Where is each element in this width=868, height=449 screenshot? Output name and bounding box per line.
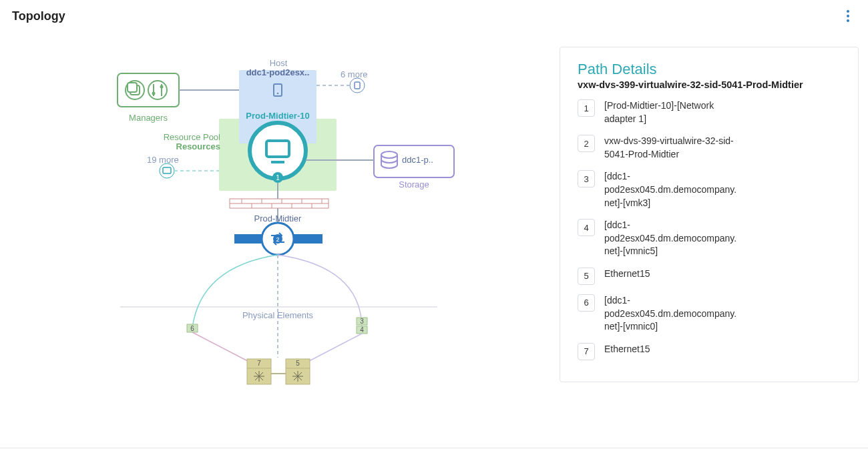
storage-label: Storage: [395, 179, 433, 189]
path-details-panel: Path Details vxw-dvs-399-virtualwire-32-…: [560, 47, 859, 382]
path-item-text: [ddc1-pod2esx045.dm.democompany.net]-[vm…: [604, 170, 738, 209]
svg-text:7: 7: [257, 360, 261, 367]
vm-name[interactable]: Prod-Midtier-10: [239, 111, 316, 121]
page-header: Topology: [0, 0, 868, 24]
svg-point-4: [148, 81, 167, 99]
svg-rect-15: [163, 167, 171, 173]
kebab-menu-icon[interactable]: [840, 8, 856, 24]
path-item-text: vxw-dvs-399-virtualwire-32-sid-5041-Prod…: [604, 135, 738, 161]
firewall-icon: [230, 199, 329, 208]
svg-text:6: 6: [190, 325, 194, 332]
svg-text:5: 5: [296, 360, 300, 367]
vswitch-label[interactable]: Prod-Midtier: [238, 213, 318, 223]
panel-subtitle: vxw-dvs-399-virtualwire-32-sid-5041-Prod…: [578, 79, 841, 90]
path-item-number: 4: [578, 219, 595, 236]
physical-label: Physical Elements: [224, 310, 331, 320]
path-item-number: 5: [578, 268, 595, 285]
path-item[interactable]: 5Ethernet15: [578, 268, 841, 285]
svg-point-7: [152, 92, 156, 95]
path-item-number: 3: [578, 170, 595, 187]
svg-text:4: 4: [360, 326, 364, 334]
path-item-number: 1: [578, 99, 595, 117]
resource-pool-label: Resource Pool: [140, 132, 220, 142]
page-title: Topology: [12, 9, 65, 23]
svg-rect-10: [355, 82, 360, 89]
path-item[interactable]: 2vxw-dvs-399-virtualwire-32-sid-5041-Pro…: [578, 135, 841, 161]
svg-text:1: 1: [276, 174, 280, 181]
host-label: Host: [259, 58, 298, 68]
storage-name: ddc1-p..: [402, 155, 433, 165]
path-list: 1[Prod-Midtier-10]-[Network adapter 1]2v…: [578, 99, 841, 360]
database-icon: [381, 151, 397, 158]
path-item-text: [Prod-Midtier-10]-[Network adapter 1]: [604, 99, 738, 125]
managers-label: Managers: [115, 113, 182, 123]
more-hosts-count: 6 more: [341, 69, 367, 79]
svg-rect-3: [128, 83, 137, 92]
path-item-text: [ddc1-pod2esx045.dm.democompany.net]-[vm…: [604, 294, 738, 334]
host-name[interactable]: ddc1-pod2esx..: [239, 67, 316, 77]
phys-switch-left[interactable]: 7: [247, 359, 271, 384]
vm-node[interactable]: [250, 123, 306, 179]
path-item-text: Ethernet15: [604, 268, 650, 281]
svg-text:3: 3: [360, 318, 364, 325]
path-item[interactable]: 6[ddc1-pod2esx045.dm.democompany.net]-[v…: [578, 294, 841, 334]
content-area: 1: [0, 27, 868, 449]
path-item[interactable]: 3[ddc1-pod2esx045.dm.democompany.net]-[v…: [578, 170, 841, 209]
footer-divider: [0, 448, 868, 448]
more-vms-node[interactable]: [160, 163, 174, 178]
resource-pool-name[interactable]: Resources: [140, 141, 220, 151]
path-item[interactable]: 4[ddc1-pod2esx045.dm.democompany.net]-[v…: [578, 219, 841, 258]
more-vms-count: 19 more: [147, 155, 179, 165]
svg-text:2: 2: [276, 236, 279, 243]
path-item-number: 6: [578, 294, 595, 312]
phys-switch-right[interactable]: 5: [286, 359, 310, 384]
path-item[interactable]: 7Ethernet15: [578, 343, 841, 360]
svg-point-8: [160, 85, 164, 89]
path-item-text: [ddc1-pod2esx045.dm.democompany.net]-[vm…: [604, 219, 738, 258]
panel-title: Path Details: [578, 61, 841, 78]
more-hosts-node[interactable]: [350, 78, 365, 93]
path-item[interactable]: 1[Prod-Midtier-10]-[Network adapter 1]: [578, 99, 841, 125]
path-item-number: 7: [578, 343, 595, 360]
svg-point-0: [277, 93, 279, 95]
path-item-number: 2: [578, 135, 595, 152]
path-item-text: Ethernet15: [604, 343, 650, 356]
topology-diagram: 1: [0, 27, 554, 440]
